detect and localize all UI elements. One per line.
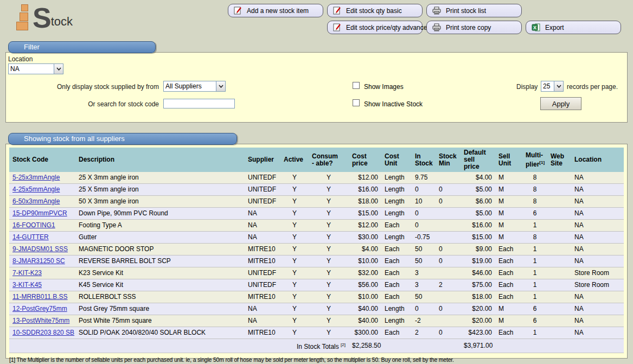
- stock-code-link[interactable]: 6-50x3mmAngle: [12, 197, 60, 205]
- stock-code-link[interactable]: 7-KIT-K23: [12, 269, 42, 277]
- location-select[interactable]: NA: [8, 63, 63, 74]
- footnote-1: [1] The Multiplier is the number of sell…: [9, 356, 624, 363]
- cell-multiplier: 1: [522, 220, 547, 232]
- cell-consumable: Y: [309, 196, 349, 208]
- export-button[interactable]: X Export: [526, 21, 621, 34]
- cell-default_sell_price: $75.00: [461, 279, 495, 291]
- stock-code-link[interactable]: 14-GUTTER: [12, 233, 49, 241]
- cell-supplier: UNITEDF: [245, 267, 280, 279]
- edit-stock-price-advanced-button[interactable]: Edit stock price/qty advanced: [327, 21, 423, 34]
- cell-stock_min: 0: [436, 184, 461, 196]
- cell-stock_code: 16-FOOTING1: [9, 220, 75, 232]
- cell-stock_code: 13-PostWhite75mm: [9, 315, 75, 327]
- cell-cost_unit: Each: [381, 267, 412, 279]
- cell-cost_price: $30.00: [349, 232, 381, 244]
- add-stock-item-button[interactable]: Add a new stock item: [228, 4, 323, 17]
- table-row: 6-50x3mmAngle50 X 3mm angle ironUNITEDFY…: [9, 196, 624, 208]
- records-per-page-select[interactable]: 25: [541, 81, 564, 92]
- cell-web_site: [547, 196, 571, 208]
- col-header-description: Description: [75, 148, 245, 172]
- cell-consumable: Y: [309, 279, 349, 291]
- stock-code-link[interactable]: 10-SDDR203 820 SB: [12, 329, 74, 336]
- stock-code-link[interactable]: 9-JMADSM01 SSS: [12, 245, 68, 253]
- cell-sell_unit: M: [495, 232, 522, 244]
- button-label: Add a new stock item: [247, 7, 309, 15]
- col-header-multiplier: Multi-plier[1]: [522, 148, 547, 172]
- show-inactive-stock-label: Show Inactive Stock: [364, 100, 423, 108]
- cell-supplier: UNITEDF: [245, 196, 280, 208]
- cell-default_sell_price: $9.00: [461, 244, 495, 256]
- cell-supplier: NA: [245, 208, 280, 220]
- table-row: 9-JMADSM01 SSSMAGNETIC DOOR STOPMITRE10Y…: [9, 244, 624, 256]
- cell-default_sell_price: $15.00: [461, 232, 495, 244]
- cell-consumable: Y: [309, 256, 349, 267]
- show-inactive-stock-checkbox[interactable]: [353, 99, 360, 106]
- supplier-select[interactable]: All Suppliers: [163, 81, 226, 92]
- stock-code-link[interactable]: 13-PostWhite75mm: [12, 317, 69, 324]
- cell-location: NA: [571, 196, 624, 208]
- cell-web_site: [547, 232, 571, 244]
- cell-consumable: Y: [309, 244, 349, 256]
- logo-text: tock: [51, 15, 73, 28]
- filter-tab[interactable]: Filter: [8, 41, 156, 53]
- stock-table: Stock CodeDescriptionSupplierActiveConsu…: [9, 148, 624, 353]
- stock-code-link[interactable]: 15-DP90mmPVCR: [12, 209, 67, 217]
- cell-consumable: Y: [309, 303, 349, 315]
- cell-cost_price: $10.00: [349, 256, 381, 267]
- cell-description: Post Grey 75mm square: [75, 303, 245, 315]
- cell-location: Store Room: [571, 267, 624, 279]
- stock-code-link[interactable]: 8-JMAR31250 SC: [12, 257, 65, 265]
- cell-stock_code: 10-SDDR203 820 SB: [9, 327, 75, 339]
- cell-active: Y: [280, 232, 309, 244]
- cell-in_stock: -0.75: [412, 232, 436, 244]
- cell-multiplier: 6: [522, 303, 547, 315]
- cell-in_stock: 10: [412, 196, 436, 208]
- location-select-value: NA: [9, 65, 54, 73]
- stock-code-link[interactable]: 12-PostGrey75mm: [12, 305, 67, 312]
- cell-in_stock: 3: [412, 279, 436, 291]
- stock-code-link[interactable]: 5-25x3mmAngle: [12, 174, 60, 181]
- cell-supplier: MITRE10: [245, 256, 280, 267]
- cell-consumable: Y: [309, 208, 349, 220]
- cell-cost_unit: Each: [381, 256, 412, 267]
- cell-cost_unit: Length: [381, 196, 412, 208]
- print-store-copy-button[interactable]: Print store copy: [426, 21, 522, 34]
- cell-location: NA: [571, 172, 624, 184]
- cell-stock_min: [436, 291, 461, 303]
- cell-active: Y: [280, 196, 309, 208]
- stock-code-link[interactable]: 16-FOOTING1: [12, 221, 55, 229]
- cell-web_site: [547, 208, 571, 220]
- cell-consumable: Y: [309, 315, 349, 327]
- cell-cost_unit: Length: [381, 208, 412, 220]
- filter-tab-label: Filter: [24, 43, 40, 51]
- cell-stock_min: 0: [436, 327, 461, 339]
- totals-row: In Stock Totals [2]$2,258.50$3,971.00: [9, 339, 624, 353]
- cell-location: NA: [571, 244, 624, 256]
- stock-code-link[interactable]: 4-25x5mmAngle: [12, 186, 60, 193]
- print-stock-list-button[interactable]: Print stock list: [426, 4, 522, 17]
- stock-list-tab[interactable]: Showing stock from all suppliers: [8, 133, 237, 145]
- cell-stock_min: 0: [436, 244, 461, 256]
- apply-button[interactable]: Apply: [540, 97, 581, 110]
- stock-code-link[interactable]: 3-KIT-K45: [12, 281, 42, 289]
- cell-active: Y: [280, 220, 309, 232]
- col-header-web_site: WebSite: [547, 148, 571, 172]
- cell-cost_price: $300.00: [349, 327, 381, 339]
- cell-stock_code: 11-MRRB011.B.SS: [9, 291, 75, 303]
- cell-description: Down Pipe, 90mm PVC Round: [75, 208, 245, 220]
- footnotes: [1] The Multiplier is the number of sell…: [9, 356, 624, 364]
- stock-code-search-input[interactable]: [163, 99, 235, 108]
- edit-stock-qty-basic-button[interactable]: Edit stock qty basic: [327, 4, 423, 17]
- stock-code-link[interactable]: 11-MRRB011.B.SS: [12, 293, 68, 301]
- cell-default_sell_price: $5.00: [461, 208, 495, 220]
- cell-stock_min: [436, 315, 461, 327]
- cell-description: 50 X 3mm angle iron: [75, 196, 245, 208]
- cell-location: NA: [571, 256, 624, 267]
- cell-default_sell_price: $19.00: [461, 256, 495, 267]
- filter-panel: Location NA Only display stock supplied …: [5, 52, 628, 123]
- cell-stock_code: 12-PostGrey75mm: [9, 303, 75, 315]
- show-images-checkbox[interactable]: [353, 82, 360, 89]
- button-label: Print store copy: [446, 24, 491, 31]
- cell-active: Y: [280, 279, 309, 291]
- cell-default_sell_price: $16.00: [461, 220, 495, 232]
